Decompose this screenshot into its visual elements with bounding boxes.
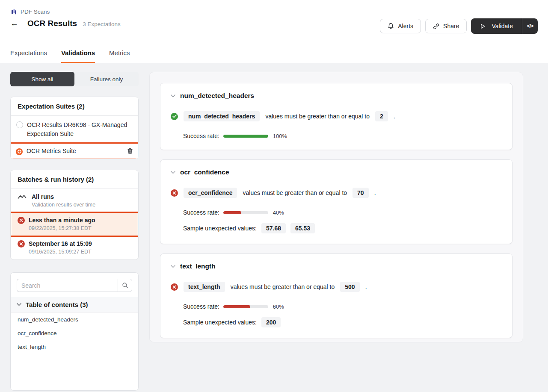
success-rate-bar: [223, 305, 268, 308]
rule-text: values must be greater than or equal to: [231, 283, 335, 290]
tab-expectations[interactable]: Expectations: [10, 44, 47, 63]
share-button-label: Share: [443, 23, 459, 29]
code-icon: </>: [527, 23, 533, 29]
bell-icon: [388, 23, 394, 29]
run-item-latest[interactable]: Less than a minute ago 09/22/2025, 15:27…: [11, 212, 138, 236]
validate-button-label: Validate: [492, 23, 513, 29]
success-rate-value: 60%: [273, 304, 284, 310]
toc-title: Table of contents (3): [26, 301, 88, 308]
suite-label: OCR Metrics Suite: [27, 147, 124, 156]
page-header: PDF Scans ← OCR Results 3 Expectations A…: [0, 0, 548, 63]
tab-metrics[interactable]: Metrics: [109, 44, 130, 63]
success-rate-label: Success rate:: [183, 133, 219, 139]
success-rate-label: Success rate:: [183, 209, 219, 216]
play-icon: [480, 24, 486, 29]
sample-value-chip: 57.68: [261, 223, 286, 233]
threshold-chip: 500: [340, 282, 359, 292]
data-asset-icon: [11, 9, 17, 15]
search-icon: [122, 282, 128, 289]
radio-selected-icon[interactable]: [16, 148, 23, 155]
expectation-card-num-detected-headers: num_detected_headers num_detected_header…: [160, 83, 512, 150]
expectation-card-ocr-confidence: ocr_confidence ocr_confidence values mus…: [160, 159, 512, 244]
validation-results-panel: num_detected_headers num_detected_header…: [149, 72, 523, 342]
tab-bar: Expectations Validations Metrics: [10, 44, 130, 63]
toc-item-text-length[interactable]: text_length: [11, 340, 138, 354]
rule-text: values must be greater than or equal to: [243, 189, 347, 196]
delete-suite-button[interactable]: [127, 148, 133, 154]
error-status-icon: [18, 217, 25, 224]
show-all-toggle[interactable]: Show all: [10, 72, 74, 86]
samples-label: Sample unexpected values:: [183, 225, 257, 232]
column-chip: num_detected_headers: [184, 111, 260, 121]
line-chart-icon: [18, 194, 28, 200]
page-title: OCR Results: [27, 19, 77, 28]
suite-item-ocr-metrics[interactable]: OCR Metrics Suite: [11, 143, 138, 159]
alerts-button-label: Alerts: [398, 23, 413, 29]
run-title: September 16 at 15:09: [29, 240, 92, 247]
expectation-card-text-length: text_length text_length values must be g…: [160, 253, 512, 338]
success-status-icon: [171, 113, 178, 120]
run-history-card: Batches & run history (2) All runs Valid…: [10, 170, 139, 260]
run-item-sep16[interactable]: September 16 at 15:09 09/16/2025, 15:09:…: [11, 236, 138, 259]
search-input[interactable]: [17, 279, 118, 292]
run-item-all-runs[interactable]: All runs Validation results over time: [11, 189, 138, 212]
threshold-chip: 2: [375, 111, 388, 121]
success-rate-value: 40%: [273, 209, 284, 216]
expectation-card-header[interactable]: text_length: [171, 262, 502, 270]
chevron-down-icon: [171, 265, 175, 268]
results-filter-toggle: Show all Failures only: [10, 72, 139, 86]
breadcrumb[interactable]: PDF Scans: [11, 9, 50, 15]
success-rate-bar: [223, 135, 268, 138]
success-rate-value: 100%: [273, 133, 287, 139]
run-title: All runs: [32, 193, 95, 200]
chevron-down-icon: [171, 171, 175, 174]
expectation-name: num_detected_headers: [180, 92, 254, 100]
success-rate-bar: [223, 211, 268, 214]
toc-header[interactable]: Table of contents (3): [11, 297, 138, 312]
tab-validations[interactable]: Validations: [61, 44, 95, 63]
sidebar: Show all Failures only Expectation Suite…: [10, 72, 139, 392]
suite-item-gx-managed[interactable]: OCR Results DR6K98 - GX-Managed Expectat…: [11, 116, 138, 143]
success-rate-label: Success rate:: [183, 303, 219, 310]
column-chip: text_length: [184, 282, 225, 292]
samples-label: Sample unexpected values:: [183, 319, 257, 326]
run-subtitle: 09/16/2025, 15:09:27 EDT: [29, 249, 92, 255]
validate-button[interactable]: Validate: [471, 18, 522, 34]
rule-text: values must be greater than or equal to: [265, 113, 370, 120]
table-of-contents-card: Table of contents (3) num_detected_heade…: [10, 272, 139, 391]
alerts-button[interactable]: Alerts: [380, 19, 421, 33]
expectation-suites-card: Expectation Suites (2) OCR Results DR6K9…: [10, 97, 139, 159]
run-subtitle: Validation results over time: [32, 202, 95, 208]
share-button[interactable]: Share: [425, 19, 467, 33]
breadcrumb-label: PDF Scans: [21, 9, 50, 15]
expectation-name: ocr_confidence: [180, 168, 229, 176]
sample-value-chip: 200: [261, 317, 281, 327]
expectation-suites-header: Expectation Suites (2): [11, 97, 138, 116]
code-snippet-button[interactable]: </>: [522, 18, 538, 34]
column-chip: ocr_confidence: [184, 188, 237, 198]
expectation-name: text_length: [180, 262, 216, 270]
chevron-down-icon: [17, 303, 21, 306]
suite-label: OCR Results DR6K98 - GX-Managed Expectat…: [27, 121, 132, 139]
rule-period: .: [374, 189, 376, 196]
threshold-chip: 70: [352, 188, 369, 198]
sample-value-chip: 65.53: [290, 223, 315, 233]
rule-period: .: [394, 113, 395, 120]
toc-item-num-detected-headers[interactable]: num_detected_headers: [11, 312, 138, 326]
radio-unselected-icon[interactable]: [16, 121, 23, 128]
error-status-icon: [171, 283, 178, 291]
chevron-down-icon: [171, 94, 175, 97]
link-icon: [433, 23, 439, 29]
failures-only-toggle[interactable]: Failures only: [74, 72, 139, 86]
content-area: Show all Failures only Expectation Suite…: [0, 63, 548, 392]
expectation-card-header[interactable]: ocr_confidence: [171, 168, 502, 176]
search-button[interactable]: [118, 279, 132, 292]
error-status-icon: [171, 189, 178, 197]
rule-period: .: [365, 283, 367, 290]
run-history-header: Batches & run history (2): [11, 170, 138, 189]
expectation-card-header[interactable]: num_detected_headers: [171, 92, 502, 100]
toc-item-ocr-confidence[interactable]: ocr_confidence: [11, 326, 138, 340]
back-arrow-icon[interactable]: ←: [10, 19, 21, 28]
error-status-icon: [18, 240, 25, 248]
expectation-count: 3 Expectations: [83, 20, 121, 27]
